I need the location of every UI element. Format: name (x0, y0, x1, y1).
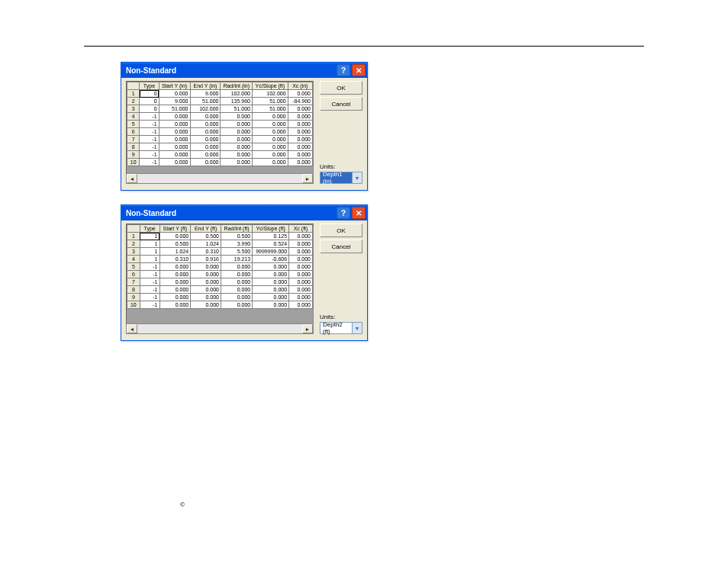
table-cell[interactable]: 0.125 (253, 233, 289, 240)
chevron-down-icon[interactable]: ▼ (352, 172, 362, 183)
table-cell[interactable]: 0.000 (253, 271, 289, 278)
table-row[interactable]: 5-10.0000.0000.0000.0000.000 (127, 121, 313, 128)
table-cell[interactable]: 1 (140, 240, 159, 248)
scroll-left-icon[interactable]: ◄ (127, 324, 137, 333)
column-header[interactable]: Start Y (ft) (159, 225, 191, 233)
row-header[interactable]: 2 (127, 240, 140, 248)
table-cell[interactable]: 0.000 (159, 136, 190, 143)
table-cell[interactable]: 0.000 (253, 278, 289, 286)
table-cell[interactable]: 0.000 (159, 143, 190, 151)
horizontal-scrollbar[interactable]: ◄ ► (126, 174, 314, 184)
table-cell[interactable]: 0.310 (191, 248, 221, 256)
scroll-track[interactable] (137, 324, 302, 333)
table-cell[interactable]: 0.000 (159, 151, 190, 159)
scroll-track[interactable] (137, 174, 302, 183)
table-cell[interactable]: 0.000 (289, 278, 313, 286)
units-combo[interactable]: Depth1 (in) ▼ (320, 172, 362, 184)
table-cell[interactable]: 0.000 (221, 286, 253, 294)
table-cell[interactable]: -1 (140, 151, 159, 159)
table-row[interactable]: 5-10.0000.0000.0000.0000.000 (127, 263, 313, 271)
table-cell[interactable]: 0.000 (253, 286, 289, 294)
table-cell[interactable]: -1 (140, 143, 159, 151)
table-cell[interactable]: 0.000 (252, 151, 288, 159)
column-header[interactable]: Xc (in) (288, 82, 312, 90)
column-header[interactable]: Type (140, 225, 159, 233)
table-cell[interactable]: 0.000 (288, 121, 312, 128)
table-cell[interactable]: 0.000 (191, 294, 221, 301)
table-cell[interactable]: 0.000 (221, 143, 253, 151)
table-cell[interactable]: 0.000 (159, 271, 191, 278)
table-cell[interactable]: 0.916 (191, 256, 221, 263)
column-header[interactable]: Type (140, 82, 159, 90)
table-cell[interactable]: 3.990 (221, 240, 253, 248)
table-cell[interactable]: -1 (140, 301, 159, 309)
table-row[interactable]: 210.5001.0243.9900.5240.000 (127, 240, 313, 248)
table-cell[interactable]: 0.000 (191, 278, 221, 286)
table-cell[interactable]: 0.000 (190, 143, 221, 151)
row-header[interactable]: 4 (127, 256, 140, 263)
column-header[interactable]: Start Y (in) (159, 82, 190, 90)
column-header[interactable]: End Y (in) (190, 82, 221, 90)
table-cell[interactable]: -1 (140, 278, 159, 286)
titlebar[interactable]: Non-Standard ? ✕ (121, 63, 367, 78)
chevron-down-icon[interactable]: ▼ (352, 323, 362, 333)
row-header[interactable]: 5 (127, 263, 140, 271)
table-cell[interactable]: 0.000 (288, 90, 312, 98)
table-cell[interactable]: 0.000 (252, 136, 288, 143)
table-row[interactable]: 3051.000102.00051.00051.0000.000 (127, 105, 313, 113)
data-grid[interactable]: TypeStart Y (in)End Y (in)Rad/Int (in)Yc… (126, 81, 314, 174)
titlebar[interactable]: Non-Standard ? ✕ (121, 205, 367, 220)
table-cell[interactable]: 0 (140, 90, 159, 98)
table-cell[interactable]: 0.000 (252, 121, 288, 128)
table-cell[interactable]: 0.000 (289, 294, 313, 301)
table-cell[interactable]: 19.213 (221, 256, 253, 263)
table-row[interactable]: 6-10.0000.0000.0000.0000.000 (127, 128, 313, 136)
row-header[interactable]: 6 (127, 128, 140, 136)
table-cell[interactable]: 0.000 (159, 113, 190, 121)
cancel-button[interactable]: Cancel (320, 240, 362, 253)
table-cell[interactable]: 0.000 (221, 136, 253, 143)
row-header[interactable]: 9 (127, 294, 140, 301)
table-cell[interactable]: 0.000 (191, 301, 221, 309)
table-cell[interactable]: 0.000 (221, 301, 253, 309)
scroll-left-icon[interactable]: ◄ (127, 174, 137, 183)
cancel-button[interactable]: Cancel (320, 97, 362, 111)
ok-button[interactable]: OK (320, 81, 362, 95)
row-header[interactable]: 3 (127, 105, 140, 113)
close-icon[interactable]: ✕ (352, 64, 366, 76)
data-grid[interactable]: TypeStart Y (ft)End Y (ft)Rad/Int (ft)Yc… (126, 224, 314, 324)
table-row[interactable]: 8-10.0000.0000.0000.0000.000 (127, 286, 313, 294)
table-cell[interactable]: 0.000 (191, 271, 221, 278)
table-row[interactable]: 4-10.0000.0000.0000.0000.000 (127, 113, 313, 121)
table-cell[interactable]: 0.000 (289, 240, 313, 248)
table-cell[interactable]: 0.000 (288, 105, 312, 113)
row-header[interactable]: 2 (127, 98, 140, 105)
table-cell[interactable]: 0.000 (289, 233, 313, 240)
table-cell[interactable]: 1.024 (191, 240, 221, 248)
table-row[interactable]: 9-10.0000.0000.0000.0000.000 (127, 151, 313, 159)
row-header[interactable]: 3 (127, 248, 140, 256)
table-cell[interactable]: 0.000 (288, 159, 312, 166)
table-cell[interactable]: 1 (140, 233, 159, 240)
row-header[interactable]: 7 (127, 278, 140, 286)
table-cell[interactable]: 0 (140, 105, 159, 113)
table-cell[interactable]: -1 (140, 263, 159, 271)
table-cell[interactable]: 0.000 (221, 151, 253, 159)
table-row[interactable]: 8-10.0000.0000.0000.0000.000 (127, 143, 313, 151)
table-cell[interactable]: 0.000 (289, 263, 313, 271)
row-header[interactable]: 8 (127, 286, 140, 294)
table-cell[interactable]: 0.000 (288, 136, 312, 143)
scroll-right-icon[interactable]: ► (302, 174, 313, 183)
table-cell[interactable]: 51.000 (190, 98, 221, 105)
table-cell[interactable]: 0.000 (289, 256, 313, 263)
column-header[interactable]: Xc (ft) (289, 225, 313, 233)
table-cell[interactable]: 0.000 (191, 286, 221, 294)
table-cell[interactable]: 9.000 (159, 98, 190, 105)
table-cell[interactable]: 0.000 (221, 121, 253, 128)
table-row[interactable]: 100.0009.000102.000102.0000.000 (127, 90, 313, 98)
table-cell[interactable]: 0.000 (159, 159, 190, 166)
table-cell[interactable]: 102.000 (190, 105, 221, 113)
table-cell[interactable]: 1 (140, 248, 159, 256)
table-cell[interactable]: 0.000 (221, 113, 253, 121)
table-cell[interactable]: -0.606 (253, 256, 289, 263)
